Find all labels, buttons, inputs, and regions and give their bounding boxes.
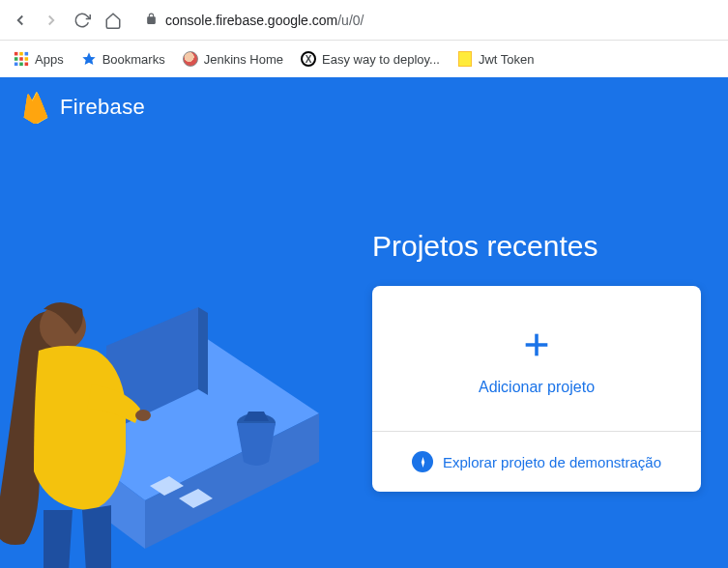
svg-rect-7	[19, 63, 23, 67]
svg-rect-0	[15, 52, 18, 56]
back-button[interactable]	[10, 10, 31, 31]
x-circle-icon: X	[301, 51, 316, 67]
explore-demo-label: Explorar projeto de demonstração	[443, 454, 661, 470]
bookmarks-bar: Apps Bookmarks Jenkins Home X Easy way t…	[0, 41, 728, 77]
bookmark-apps[interactable]: Apps	[14, 51, 64, 67]
bookmark-label: Bookmarks	[102, 52, 165, 67]
firebase-header: Firebase	[0, 77, 728, 137]
lock-icon	[145, 13, 158, 28]
reload-button[interactable]	[72, 10, 93, 31]
svg-rect-6	[15, 63, 18, 67]
compass-icon	[412, 451, 433, 472]
svg-rect-3	[15, 57, 18, 61]
jenkins-icon	[183, 51, 198, 67]
svg-rect-5	[25, 57, 29, 61]
firebase-logo-icon	[23, 91, 48, 124]
bookmark-label: Easy way to deploy...	[322, 52, 440, 67]
content-right: Projetos recentes Adicionar projeto Expl…	[372, 230, 701, 492]
bookmark-label: Jwt Token	[479, 52, 535, 67]
svg-marker-14	[198, 307, 208, 395]
bookmark-label: Apps	[35, 52, 64, 67]
svg-point-20	[135, 410, 151, 421]
apps-grid-icon	[14, 51, 29, 67]
svg-marker-23	[421, 457, 423, 468]
explore-demo-button[interactable]: Explorar projeto de demonstração	[372, 432, 701, 492]
hero-illustration	[0, 220, 338, 568]
plus-icon	[520, 328, 553, 365]
firebase-console: Firebase Projetos recentes	[0, 77, 728, 568]
add-project-label: Adicionar projeto	[479, 379, 595, 396]
bookmark-jwt[interactable]: Jwt Token	[457, 51, 535, 67]
star-icon	[81, 51, 97, 67]
browser-toolbar: console.firebase.google.com/u/0/	[0, 0, 728, 41]
forward-button[interactable]	[41, 10, 62, 31]
add-project-button[interactable]: Adicionar projeto	[372, 286, 701, 431]
svg-marker-9	[82, 52, 95, 65]
bookmark-easyway[interactable]: X Easy way to deploy...	[301, 51, 440, 67]
home-button[interactable]	[102, 10, 124, 31]
svg-rect-8	[25, 63, 29, 67]
url-text: console.firebase.google.com/u/0/	[165, 13, 364, 28]
address-bar[interactable]: console.firebase.google.com/u/0/	[133, 9, 718, 32]
svg-rect-4	[19, 57, 23, 61]
bookmark-bookmarks[interactable]: Bookmarks	[81, 51, 165, 67]
bookmark-jenkins[interactable]: Jenkins Home	[183, 51, 283, 67]
bookmark-label: Jenkins Home	[204, 52, 283, 67]
file-icon	[457, 51, 473, 67]
project-card: Adicionar projeto Explorar projeto de de…	[372, 286, 701, 492]
firebase-wordmark: Firebase	[60, 95, 145, 120]
section-title: Projetos recentes	[372, 230, 701, 263]
svg-rect-1	[19, 52, 23, 56]
svg-rect-2	[25, 52, 29, 56]
